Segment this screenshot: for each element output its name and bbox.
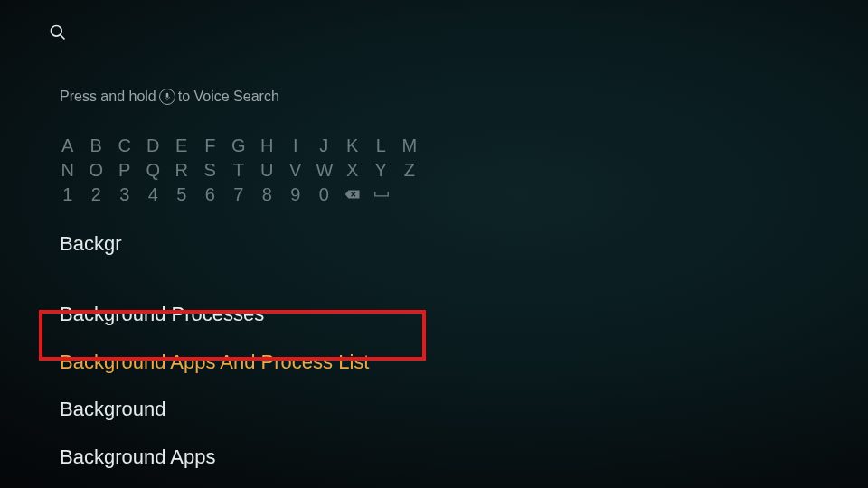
search-query-text: Backgr (60, 232, 868, 256)
search-icon[interactable] (49, 23, 67, 42)
keyboard-key[interactable]: H (259, 136, 276, 156)
keyboard-key[interactable]: B (89, 136, 105, 156)
keyboard-key[interactable]: P (117, 160, 133, 181)
keyboard-key[interactable]: R (174, 160, 190, 181)
search-result-item[interactable]: Background Apps And Process List (60, 351, 868, 374)
keyboard-key[interactable]: N (60, 160, 76, 181)
microphone-icon (159, 89, 175, 105)
keyboard-key[interactable]: 5 (174, 184, 190, 205)
keyboard-key[interactable]: S (203, 160, 219, 181)
hint-text-after: to Voice Search (178, 89, 279, 105)
keyboard-row-1: ABCDEFGHIJKLM (60, 136, 868, 156)
keyboard-key[interactable]: 3 (117, 184, 133, 205)
keyboard-key[interactable]: 2 (89, 184, 105, 205)
onscreen-keyboard: ABCDEFGHIJKLM NOPQRSTUVWXYZ 1234567890 (60, 136, 868, 205)
keyboard-key[interactable]: G (231, 136, 247, 156)
keyboard-key[interactable]: K (344, 136, 361, 156)
keyboard-row-2: NOPQRSTUVWXYZ (60, 160, 868, 181)
keyboard-key[interactable]: O (89, 160, 105, 181)
svg-rect-2 (165, 93, 168, 98)
keyboard-key[interactable]: 6 (203, 184, 219, 205)
keyboard-key[interactable]: 7 (231, 184, 247, 205)
keyboard-key[interactable]: L (373, 136, 390, 156)
keyboard-key[interactable]: A (60, 136, 76, 156)
search-result-item[interactable]: Background Processes (60, 303, 868, 326)
keyboard-key[interactable]: W (316, 160, 333, 181)
keyboard-key[interactable]: 1 (60, 184, 76, 205)
hint-text-before: Press and hold (60, 89, 156, 105)
svg-point-0 (52, 26, 62, 37)
search-results: Backgr Background ProcessesBackground Ap… (60, 232, 868, 488)
keyboard-key[interactable]: T (231, 160, 247, 181)
search-result-item[interactable]: Background Apps (60, 446, 868, 469)
keyboard-key[interactable]: X (344, 160, 361, 181)
keyboard-key[interactable]: C (117, 136, 133, 156)
keyboard-key[interactable]: D (146, 136, 162, 156)
keyboard-key[interactable]: 9 (288, 184, 304, 205)
keyboard-key[interactable]: V (288, 160, 304, 181)
backspace-key[interactable] (344, 184, 361, 204)
search-result-item[interactable]: Background (60, 398, 868, 421)
keyboard-key[interactable]: F (203, 136, 219, 156)
space-key[interactable] (373, 184, 390, 204)
keyboard-key[interactable]: 0 (316, 184, 333, 205)
voice-search-hint: Press and hold to Voice Search (60, 89, 868, 105)
keyboard-key[interactable]: E (174, 136, 190, 156)
keyboard-key[interactable]: 8 (259, 184, 276, 205)
search-screen: Press and hold to Voice Search ABCDEFGHI… (0, 0, 868, 488)
keyboard-key[interactable]: M (401, 136, 418, 156)
keyboard-key[interactable]: 4 (146, 184, 162, 205)
svg-line-1 (61, 35, 65, 40)
keyboard-key[interactable]: J (316, 136, 333, 156)
keyboard-key[interactable]: Q (146, 160, 162, 181)
keyboard-key[interactable]: Z (401, 160, 418, 181)
keyboard-row-3: 1234567890 (60, 184, 868, 205)
keyboard-key[interactable]: U (259, 160, 276, 181)
keyboard-key[interactable]: Y (373, 160, 390, 181)
keyboard-key[interactable]: I (288, 136, 304, 156)
